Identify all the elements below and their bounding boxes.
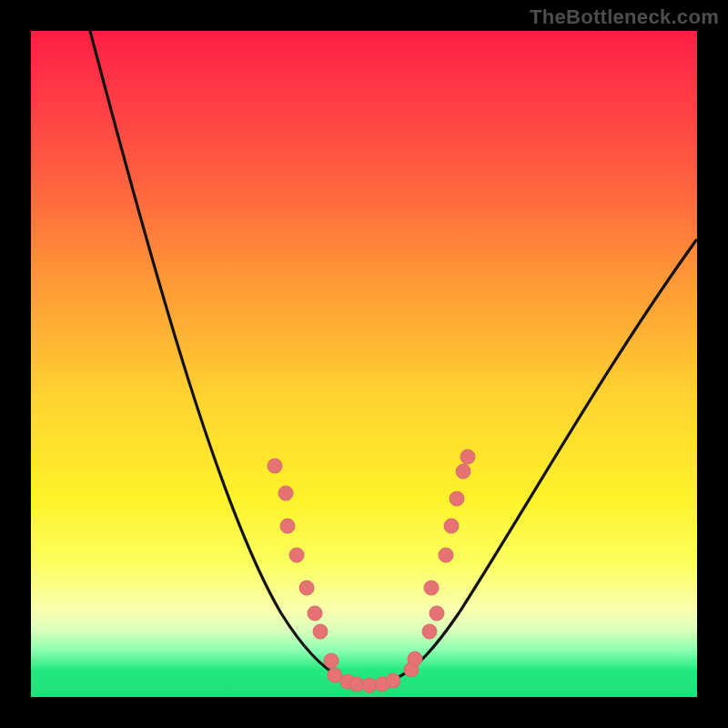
dots-layer [268, 450, 475, 693]
data-dot [386, 673, 400, 688]
data-dot [439, 548, 453, 562]
data-dot [444, 519, 459, 533]
data-dot [430, 606, 444, 621]
data-dot [280, 519, 295, 533]
watermark-text: TheBottleneck.com [530, 5, 719, 29]
data-dot [450, 491, 464, 506]
bottleneck-curve [90, 31, 696, 684]
data-dot [299, 581, 314, 595]
chart-frame: TheBottleneck.com [0, 0, 728, 728]
data-dot [422, 624, 437, 639]
data-dot [460, 450, 475, 464]
data-dot [308, 606, 322, 621]
data-dot [268, 459, 282, 473]
data-dot [324, 653, 339, 668]
data-dot [456, 464, 470, 479]
curve-layer [90, 31, 696, 684]
chart-plot-area [31, 31, 697, 697]
data-dot [408, 652, 422, 666]
chart-svg [31, 31, 697, 697]
data-dot [328, 668, 342, 682]
data-dot [313, 624, 328, 639]
data-dot [424, 581, 439, 595]
data-dot [289, 548, 304, 562]
data-dot [278, 486, 293, 500]
